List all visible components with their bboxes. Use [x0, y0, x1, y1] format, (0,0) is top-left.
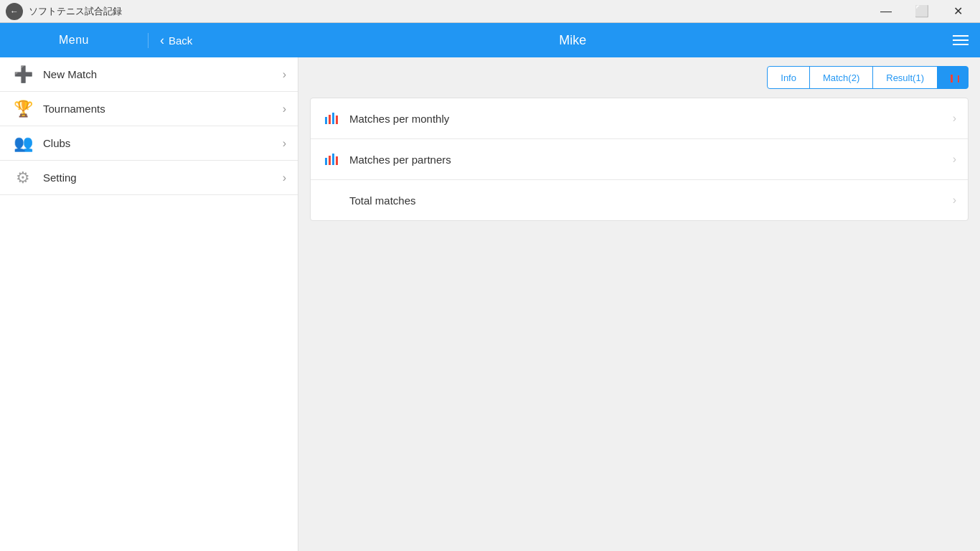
tab-chart[interactable] — [937, 66, 969, 89]
hamburger-line-3 — [953, 44, 969, 45]
svg-rect-5 — [329, 115, 331, 124]
svg-rect-8 — [325, 158, 327, 165]
sidebar-item-clubs[interactable]: 👥 Clubs › — [0, 126, 298, 161]
plus-icon: ➕ — [11, 63, 34, 86]
svg-rect-3 — [958, 75, 959, 83]
back-label: Back — [169, 34, 192, 47]
maximize-button[interactable]: ⬜ — [905, 0, 938, 23]
chevron-right-icon: › — [283, 137, 286, 150]
chevron-right-icon: › — [283, 103, 286, 116]
chevron-right-icon: › — [953, 153, 956, 166]
stats-item-total[interactable]: Total matches › — [311, 180, 968, 220]
sidebar-label-tournaments: Tournaments — [43, 103, 283, 115]
no-icon-total — [322, 190, 342, 210]
sidebar: ➕ New Match › 🏆 Tournaments › 👥 Clubs › … — [0, 57, 298, 551]
hamburger-line-1 — [953, 35, 969, 37]
sidebar-label-setting: Setting — [43, 171, 283, 184]
sidebar-label-new-match: New Match — [43, 68, 283, 80]
app-title: ソフトテニス試合記録 — [29, 5, 122, 18]
title-bar: ← ソフトテニス試合記録 — ⬜ ✕ — [0, 0, 980, 23]
tab-match[interactable]: Match(2) — [809, 66, 873, 89]
svg-rect-11 — [336, 156, 338, 165]
chevron-right-icon: › — [953, 112, 956, 125]
stats-item-monthly[interactable]: Matches per monthly › — [311, 98, 968, 139]
sidebar-item-new-match[interactable]: ➕ New Match › — [0, 57, 298, 92]
bar-chart-partners-icon — [322, 149, 342, 169]
svg-rect-2 — [954, 72, 956, 83]
stats-list: Matches per monthly › Matches per partne… — [310, 98, 969, 221]
window-controls: — ⬜ ✕ — [870, 0, 974, 23]
sidebar-item-tournaments[interactable]: 🏆 Tournaments › — [0, 92, 298, 126]
app-header: Menu ‹ Back Mike — [0, 23, 980, 57]
chevron-right-icon: › — [953, 194, 956, 207]
bar-chart-monthly-icon — [322, 108, 342, 128]
gear-icon: ⚙ — [11, 166, 34, 189]
svg-rect-9 — [329, 156, 331, 165]
close-button[interactable]: ✕ — [941, 0, 974, 23]
trophy-icon: 🏆 — [11, 98, 34, 121]
sidebar-label-clubs: Clubs — [43, 137, 283, 149]
svg-rect-6 — [332, 113, 334, 124]
svg-rect-10 — [332, 154, 334, 165]
svg-rect-0 — [947, 77, 949, 83]
chevron-right-icon: › — [283, 171, 286, 184]
minimize-button[interactable]: — — [870, 0, 903, 23]
svg-rect-4 — [325, 117, 327, 124]
header-menu-label: Menu — [0, 34, 148, 47]
svg-rect-7 — [336, 116, 338, 124]
titlebar-back-button[interactable]: ← — [6, 3, 23, 20]
bar-chart-icon — [946, 71, 959, 84]
stats-label-partners: Matches per partners — [349, 154, 953, 166]
sidebar-item-setting[interactable]: ⚙ Setting › — [0, 161, 298, 195]
tab-info[interactable]: Info — [767, 66, 810, 89]
content-area: Info Match(2) Result(1) — [298, 57, 980, 551]
tab-result[interactable]: Result(1) — [872, 66, 938, 89]
stats-label-total: Total matches — [349, 194, 953, 207]
back-button[interactable]: ‹ Back — [148, 33, 204, 48]
stats-label-monthly: Matches per monthly — [349, 113, 953, 125]
chevron-right-icon: › — [283, 68, 286, 81]
hamburger-line-2 — [953, 39, 969, 41]
page-title: Mike — [204, 33, 941, 48]
tabs-bar: Info Match(2) Result(1) — [310, 66, 969, 89]
hamburger-menu-button[interactable] — [941, 35, 980, 45]
svg-rect-1 — [951, 75, 953, 83]
people-icon: 👥 — [11, 132, 34, 155]
back-arrow-icon: ‹ — [160, 33, 164, 48]
main-layout: ➕ New Match › 🏆 Tournaments › 👥 Clubs › … — [0, 57, 980, 551]
stats-item-partners[interactable]: Matches per partners › — [311, 139, 968, 180]
